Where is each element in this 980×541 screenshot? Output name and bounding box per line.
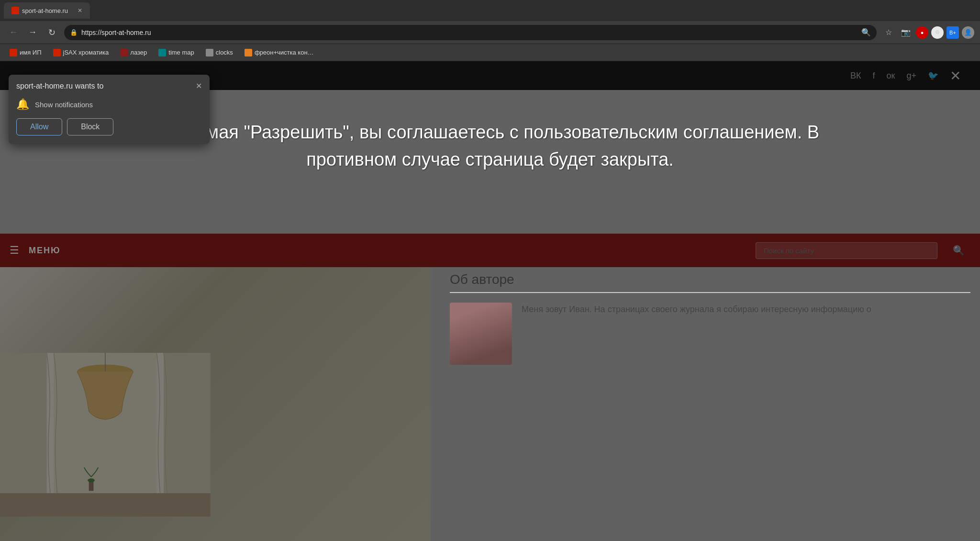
sidebar-title: Об авторе bbox=[450, 272, 970, 293]
author-section: Меня зовут Иван. На страницах своего жур… bbox=[450, 303, 970, 365]
nav-buttons: ← → ↻ bbox=[6, 25, 59, 40]
tab-close-icon[interactable]: ✕ bbox=[78, 7, 82, 14]
ext-btn-3[interactable]: B+ bbox=[947, 26, 959, 39]
active-tab[interactable]: sport-at-home.ru ✕ bbox=[4, 2, 90, 19]
bookmark-label-1: jSAX хроматика bbox=[63, 49, 109, 56]
bookmark-favicon-1 bbox=[53, 49, 61, 56]
reload-button[interactable]: ↻ bbox=[44, 25, 59, 40]
star-button[interactable]: ☆ bbox=[881, 25, 896, 40]
forward-icon: → bbox=[28, 27, 37, 37]
popup-buttons: Allow Block bbox=[9, 118, 210, 144]
bookmark-label-4: clocks bbox=[216, 49, 233, 56]
bookmark-label-3: time map bbox=[168, 49, 194, 56]
tab-title: sport-at-home.ru bbox=[22, 7, 68, 14]
back-icon: ← bbox=[9, 27, 18, 37]
popup-close-button[interactable]: ✕ bbox=[196, 81, 202, 90]
bookmark-item-2[interactable]: лазер bbox=[115, 47, 152, 58]
bookmark-favicon-2 bbox=[120, 49, 128, 56]
bookmark-label-2: лазер bbox=[130, 49, 147, 56]
tab-favicon bbox=[11, 7, 19, 14]
popup-notification-row: 🔔 Show notifications bbox=[9, 94, 210, 118]
bookmark-label-5: фреон+чистка кон… bbox=[255, 49, 314, 56]
browser-frame: sport-at-home.ru ✕ ← → ↻ 🔒 https://sport… bbox=[0, 0, 980, 541]
bookmark-item-3[interactable]: time map bbox=[154, 47, 199, 58]
popup-notification-label: Show notifications bbox=[35, 101, 93, 109]
bookmark-favicon-4 bbox=[206, 49, 213, 56]
bookmark-item-4[interactable]: clocks bbox=[201, 47, 238, 58]
ext-btn-4[interactable]: 👤 bbox=[962, 26, 974, 39]
bookmark-favicon-5 bbox=[245, 49, 252, 56]
bookmark-item-0[interactable]: имя ИП bbox=[5, 47, 46, 58]
address-bar: ← → ↻ 🔒 https://sport-at-home.ru 🔍 ☆ 📷 ●… bbox=[0, 21, 980, 44]
popup-header: sport-at-home.ru wants to ✕ bbox=[9, 75, 210, 94]
main-content: ВК f ок g+ 🐦 ✕ bbox=[0, 61, 980, 541]
ext-btn-2[interactable]: ⚙ bbox=[931, 26, 944, 39]
forward-button[interactable]: → bbox=[25, 25, 40, 40]
bookmarks-bar: имя ИП jSAX хроматика лазер time map clo… bbox=[0, 44, 980, 61]
reload-icon: ↻ bbox=[48, 27, 56, 38]
author-text: Меня зовут Иван. На страницах своего жур… bbox=[522, 303, 871, 365]
site-sidebar: Об авторе Меня зовут Иван. На страницах … bbox=[450, 272, 970, 365]
author-avatar-image bbox=[450, 303, 512, 365]
block-button[interactable]: Block bbox=[67, 118, 113, 135]
ext-btn-1[interactable]: ● bbox=[916, 26, 928, 39]
url-text: https://sport-at-home.ru bbox=[81, 29, 858, 36]
search-icon: 🔍 bbox=[861, 28, 871, 37]
url-bar[interactable]: 🔒 https://sport-at-home.ru 🔍 bbox=[64, 25, 877, 40]
lock-icon: 🔒 bbox=[70, 29, 78, 36]
tab-bar: sport-at-home.ru ✕ bbox=[0, 0, 980, 21]
back-button[interactable]: ← bbox=[6, 25, 21, 40]
toolbar-buttons: ☆ 📷 ● ⚙ B+ 👤 bbox=[881, 25, 974, 40]
allow-button[interactable]: Allow bbox=[16, 118, 62, 135]
bell-icon: 🔔 bbox=[16, 98, 29, 111]
camera-button[interactable]: 📷 bbox=[899, 25, 913, 40]
author-avatar bbox=[450, 303, 512, 365]
bookmark-favicon-3 bbox=[158, 49, 166, 56]
permission-popup: sport-at-home.ru wants to ✕ 🔔 Show notif… bbox=[9, 75, 210, 144]
bookmark-favicon-0 bbox=[10, 49, 17, 56]
bookmark-item-1[interactable]: jSAX хроматика bbox=[48, 47, 114, 58]
bookmark-label-0: имя ИП bbox=[20, 49, 42, 56]
popup-title: sport-at-home.ru wants to bbox=[16, 82, 103, 90]
bookmark-item-5[interactable]: фреон+чистка кон… bbox=[240, 47, 319, 58]
